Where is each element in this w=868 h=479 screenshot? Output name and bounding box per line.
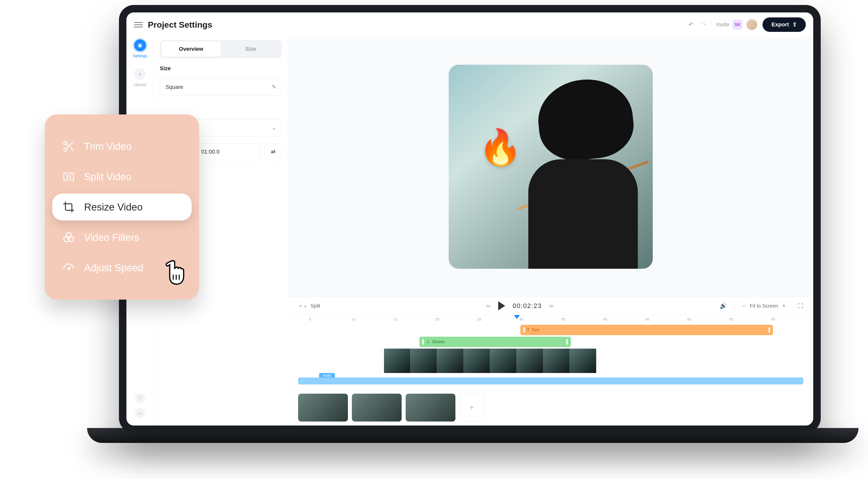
page-title: Project Settings — [148, 20, 212, 30]
split-button[interactable]: Split — [311, 303, 320, 309]
timecode: 00:02:23 — [513, 302, 542, 310]
timeline-ruler[interactable]: 5 10 15 20 25 30 35 40 45 50 55 60 — [288, 315, 813, 325]
pencil-icon: ✎ — [272, 84, 276, 90]
media-thumb[interactable] — [298, 394, 348, 421]
chevron-down-icon: ⌄ — [272, 125, 276, 131]
cross-necklace-icon: ✝ — [588, 189, 600, 205]
swap-button[interactable]: ⇄ — [265, 143, 282, 160]
feature-split[interactable]: Split Video — [52, 163, 192, 190]
redo-button[interactable]: ↷ — [701, 21, 706, 28]
feature-resize[interactable]: Resize Video — [52, 194, 192, 220]
svg-point-1 — [64, 148, 67, 151]
add-media-button[interactable]: + — [459, 394, 484, 421]
size-field[interactable]: Square ✎ — [160, 78, 282, 96]
scissors-icon — [62, 140, 75, 153]
svg-rect-5 — [64, 173, 67, 181]
zoom-out-button[interactable]: − — [742, 303, 745, 309]
pointer-cursor-icon — [164, 259, 189, 286]
plus-icon: ＋ — [134, 68, 146, 80]
rail-upload[interactable]: ＋ Upload — [134, 68, 146, 87]
undo-button[interactable]: ↶ — [689, 21, 693, 28]
target-icon: ◉ — [134, 39, 146, 51]
volume-button[interactable]: 🔊 — [720, 302, 727, 309]
media-thumb[interactable] — [406, 394, 456, 421]
media-thumb[interactable] — [352, 394, 402, 421]
play-button[interactable] — [498, 301, 505, 310]
crop-icon — [62, 200, 75, 214]
export-button[interactable]: Export ⇪ — [763, 18, 806, 32]
media-bin: + — [288, 389, 813, 425]
user-avatar[interactable] — [746, 19, 757, 30]
tab-overview[interactable]: Overview — [161, 41, 221, 57]
preview-canvas[interactable]: ✝ 🔥 — [288, 37, 813, 297]
fire-sticker[interactable]: 🔥 — [478, 127, 522, 168]
help-button[interactable]: ? — [135, 393, 145, 403]
svg-point-12 — [68, 268, 70, 270]
svg-line-3 — [70, 146, 73, 151]
feature-trim[interactable]: Trim Video — [52, 133, 192, 160]
fullscreen-button[interactable]: ⛶ — [798, 302, 803, 309]
gauge-icon — [62, 261, 75, 274]
svg-line-4 — [67, 144, 69, 146]
audio-clip[interactable] — [298, 378, 803, 384]
svg-point-0 — [64, 141, 67, 145]
chat-button[interactable]: ▭ — [135, 408, 145, 418]
size-label: Size — [160, 65, 282, 72]
filters-icon — [62, 231, 75, 244]
fit-button[interactable]: Fit to Screen — [750, 303, 778, 309]
menu-button[interactable] — [134, 20, 143, 29]
audio-label: Audio — [319, 373, 335, 378]
invite-badge[interactable]: SK — [733, 20, 743, 30]
rail-settings[interactable]: ◉ Settings — [133, 39, 147, 58]
next-button[interactable]: ⏭ — [549, 303, 554, 309]
invite-label[interactable]: Invite — [716, 22, 730, 28]
video-clip[interactable]: ⋮ ⋮ — [379, 349, 601, 373]
prev-button[interactable]: ⏮ — [486, 303, 491, 309]
feature-filters[interactable]: Video Filters — [52, 224, 192, 251]
svg-rect-6 — [70, 173, 74, 181]
zoom-in-button[interactable]: + — [782, 303, 785, 309]
upload-icon: ⇪ — [792, 22, 797, 28]
split-icon — [62, 170, 75, 183]
text-clip[interactable]: TText — [520, 325, 773, 335]
tab-size[interactable]: Size — [221, 41, 281, 57]
sticker-clip[interactable]: ☺Sticker — [419, 337, 571, 347]
split-icon: ⫟⫠ — [298, 303, 308, 309]
playhead[interactable] — [514, 315, 520, 319]
